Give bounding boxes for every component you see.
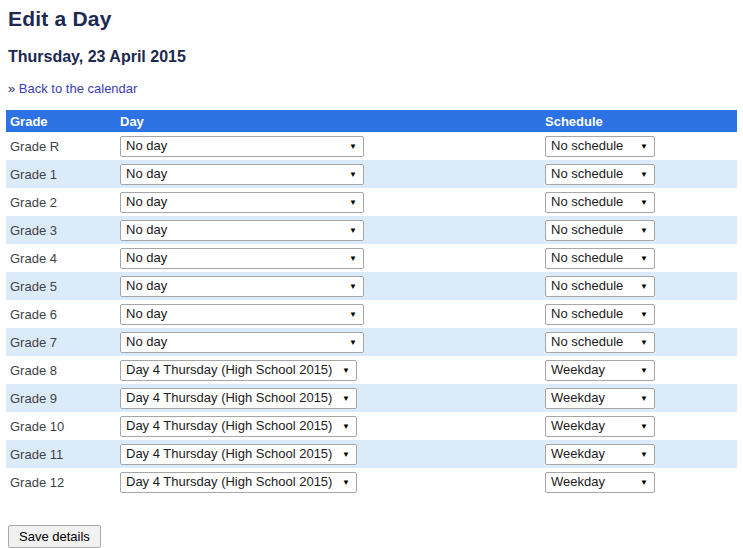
schedule-select-wrapper: Weekday (545, 388, 655, 409)
schedule-select-wrapper: Weekday (545, 444, 655, 465)
day-select-wrapper: No day (120, 220, 364, 241)
schedule-select[interactable]: No schedule (545, 304, 655, 325)
day-select-wrapper: Day 4 Thursday (High School 2015) (120, 444, 357, 465)
column-header-schedule: Schedule (541, 114, 737, 129)
schedule-select[interactable]: Weekday (545, 388, 655, 409)
day-select[interactable]: No day (120, 192, 364, 213)
table-row: Grade 7 No day No schedule (6, 328, 737, 356)
back-to-calendar-link[interactable]: Back to the calendar (19, 81, 138, 96)
schedule-select[interactable]: No schedule (545, 248, 655, 269)
schedule-select[interactable]: Weekday (545, 444, 655, 465)
schedule-select[interactable]: No schedule (545, 136, 655, 157)
schedule-select[interactable]: No schedule (545, 332, 655, 353)
table-row: Grade R No day No schedule (6, 132, 737, 160)
day-select[interactable]: Day 4 Thursday (High School 2015) (120, 444, 357, 465)
table-row: Grade 11 Day 4 Thursday (High School 201… (6, 440, 737, 468)
table-row: Grade 8 Day 4 Thursday (High School 2015… (6, 356, 737, 384)
grade-label: Grade 8 (6, 363, 116, 378)
day-select-wrapper: Day 4 Thursday (High School 2015) (120, 416, 357, 437)
schedule-select[interactable]: Weekday (545, 472, 655, 493)
save-details-button[interactable]: Save details (8, 525, 101, 548)
day-select[interactable]: No day (120, 220, 364, 241)
day-select[interactable]: No day (120, 276, 364, 297)
day-select-wrapper: No day (120, 136, 364, 157)
schedule-select[interactable]: No schedule (545, 276, 655, 297)
day-select-wrapper: No day (120, 304, 364, 325)
grade-label: Grade 10 (6, 419, 116, 434)
schedule-select-wrapper: No schedule (545, 192, 655, 213)
day-select[interactable]: Day 4 Thursday (High School 2015) (120, 388, 357, 409)
grade-label: Grade 5 (6, 279, 116, 294)
day-select-wrapper: No day (120, 332, 364, 353)
schedule-select-wrapper: No schedule (545, 304, 655, 325)
edit-day-page: Edit a Day Thursday, 23 April 2015 » Bac… (0, 0, 743, 548)
table-row: Grade 1 No day No schedule (6, 160, 737, 188)
day-select[interactable]: Day 4 Thursday (High School 2015) (120, 416, 357, 437)
day-select[interactable]: Day 4 Thursday (High School 2015) (120, 472, 357, 493)
day-select[interactable]: No day (120, 332, 364, 353)
schedule-select-wrapper: No schedule (545, 332, 655, 353)
schedule-select-wrapper: No schedule (545, 248, 655, 269)
date-heading: Thursday, 23 April 2015 (8, 48, 735, 66)
grade-label: Grade 7 (6, 335, 116, 350)
grade-label: Grade 1 (6, 167, 116, 182)
schedule-select-wrapper: Weekday (545, 472, 655, 493)
day-select[interactable]: No day (120, 164, 364, 185)
grade-label: Grade 2 (6, 195, 116, 210)
schedule-select[interactable]: Weekday (545, 360, 655, 381)
day-select-wrapper: No day (120, 164, 364, 185)
schedule-select-wrapper: Weekday (545, 360, 655, 381)
breadcrumb: » Back to the calendar (8, 81, 735, 96)
grade-label: Grade 3 (6, 223, 116, 238)
table-row: Grade 6 No day No schedule (6, 300, 737, 328)
grade-label: Grade R (6, 139, 116, 154)
grade-schedule-table: Grade Day Schedule Grade R No day No sch… (6, 110, 737, 496)
schedule-select[interactable]: No schedule (545, 192, 655, 213)
column-header-day: Day (116, 114, 541, 129)
table-row: Grade 9 Day 4 Thursday (High School 2015… (6, 384, 737, 412)
table-row: Grade 3 No day No schedule (6, 216, 737, 244)
page-title: Edit a Day (8, 7, 735, 31)
day-select-wrapper: Day 4 Thursday (High School 2015) (120, 472, 357, 493)
grade-label: Grade 9 (6, 391, 116, 406)
table-row: Grade 2 No day No schedule (6, 188, 737, 216)
day-select-wrapper: No day (120, 248, 364, 269)
table-row: Grade 5 No day No schedule (6, 272, 737, 300)
day-select[interactable]: No day (120, 304, 364, 325)
schedule-select[interactable]: Weekday (545, 416, 655, 437)
day-select[interactable]: No day (120, 136, 364, 157)
day-select-wrapper: Day 4 Thursday (High School 2015) (120, 360, 357, 381)
table-row: Grade 12 Day 4 Thursday (High School 201… (6, 468, 737, 496)
table-row: Grade 10 Day 4 Thursday (High School 201… (6, 412, 737, 440)
day-select-wrapper: No day (120, 276, 364, 297)
grade-label: Grade 12 (6, 475, 116, 490)
day-select[interactable]: Day 4 Thursday (High School 2015) (120, 360, 357, 381)
schedule-select[interactable]: No schedule (545, 164, 655, 185)
back-link-prefix: » (8, 81, 15, 96)
table-row: Grade 4 No day No schedule (6, 244, 737, 272)
column-header-grade: Grade (6, 114, 116, 129)
schedule-select-wrapper: Weekday (545, 416, 655, 437)
grade-label: Grade 4 (6, 251, 116, 266)
schedule-select-wrapper: No schedule (545, 220, 655, 241)
schedule-select[interactable]: No schedule (545, 220, 655, 241)
schedule-select-wrapper: No schedule (545, 164, 655, 185)
table-header-row: Grade Day Schedule (6, 110, 737, 132)
schedule-select-wrapper: No schedule (545, 276, 655, 297)
day-select-wrapper: No day (120, 192, 364, 213)
grade-label: Grade 6 (6, 307, 116, 322)
day-select[interactable]: No day (120, 248, 364, 269)
day-select-wrapper: Day 4 Thursday (High School 2015) (120, 388, 357, 409)
schedule-select-wrapper: No schedule (545, 136, 655, 157)
grade-label: Grade 11 (6, 447, 116, 462)
